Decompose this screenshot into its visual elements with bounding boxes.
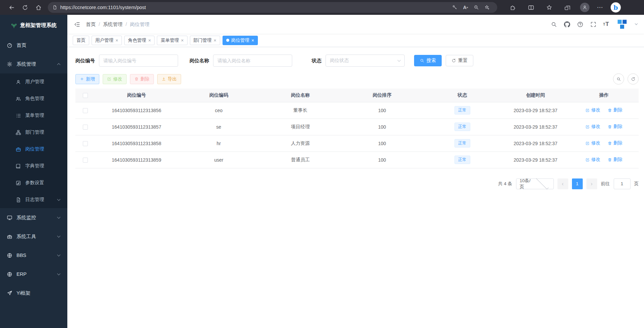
sidebar-item-bbs[interactable]: BBS [0, 246, 67, 265]
row-edit-button[interactable]: 修改 [585, 140, 600, 146]
post-id-input[interactable] [99, 55, 178, 67]
bing-sidebar-icon[interactable]: b [611, 2, 621, 12]
tab-role-mgmt[interactable]: 角色管理× [124, 36, 155, 45]
page-content: 岗位编号 岗位名称 状态 岗位状态 搜索 重置 [67, 47, 644, 328]
tab-close-icon[interactable]: × [251, 38, 254, 43]
avatar-caret-icon[interactable] [635, 22, 638, 25]
url-text[interactable]: https://ccnetcore.com:1101/system/post [60, 5, 449, 10]
goto-page-input[interactable] [614, 178, 631, 189]
extensions-icon[interactable] [507, 3, 518, 12]
cell-post-name: 人力资源 [260, 135, 341, 152]
sidebar-item-erp[interactable]: ERP [0, 265, 67, 284]
search-button[interactable]: 搜索 [414, 55, 442, 66]
row-delete-button[interactable]: 删除 [608, 124, 622, 130]
tab-home[interactable]: 首页 [73, 36, 89, 45]
row-delete-button[interactable]: 删除 [608, 107, 622, 113]
app-logo[interactable]: 意框架管理系统 [0, 15, 67, 36]
sidebar-item-role-mgmt[interactable]: 角色管理 [0, 90, 67, 107]
column-header-status: 状态 [423, 89, 502, 102]
tab-menu-mgmt[interactable]: 菜单管理× [157, 36, 187, 45]
sidebar-toggle-icon[interactable] [74, 21, 80, 28]
browser-refresh-button[interactable] [18, 2, 32, 13]
users-icon [15, 96, 21, 102]
sidebar-item-dict-mgmt[interactable]: 字典管理 [0, 158, 67, 174]
row-checkbox[interactable] [83, 141, 88, 146]
settings-ellipsis-icon[interactable]: ⋯ [597, 4, 603, 11]
search-icon[interactable] [551, 21, 557, 28]
table-toolbar: 新增 修改 删除 导出 [75, 73, 639, 85]
post-table: 岗位编号 岗位编码 岗位名称 岗位排序 状态 创建时间 操作 164103059… [75, 89, 639, 168]
passwords-key-icon[interactable] [449, 3, 460, 12]
github-icon[interactable] [564, 21, 570, 28]
select-all-checkbox[interactable] [83, 93, 88, 98]
sidebar-item-dept-mgmt[interactable]: 部门管理 [0, 124, 67, 141]
sidebar-item-post-mgmt[interactable]: 岗位管理 [0, 141, 67, 158]
row-edit-button[interactable]: 修改 [585, 107, 600, 113]
tab-post-mgmt-active[interactable]: 岗位管理× [223, 36, 258, 45]
browser-back-button[interactable] [5, 2, 18, 13]
browser-home-button[interactable] [32, 2, 45, 13]
profile-avatar[interactable] [580, 3, 589, 12]
next-page-button[interactable]: › [586, 178, 597, 189]
delete-button[interactable]: 删除 [130, 74, 154, 84]
edit-button[interactable]: 修改 [103, 74, 127, 84]
row-checkbox[interactable] [83, 125, 88, 130]
toggle-search-button[interactable] [613, 73, 624, 85]
split-screen-icon[interactable] [526, 3, 536, 12]
fullscreen-icon[interactable] [590, 21, 597, 28]
chevron-down-icon [57, 253, 61, 256]
breadcrumb-system[interactable]: 系统管理 [103, 21, 123, 28]
tab-user-mgmt[interactable]: 用户管理× [92, 36, 122, 45]
add-button[interactable]: 新增 [75, 74, 99, 84]
address-bar[interactable]: https://ccnetcore.com:1101/system/post A… [48, 2, 497, 13]
help-icon[interactable] [577, 21, 583, 28]
prev-page-button[interactable]: ‹ [557, 178, 568, 189]
row-edit-button[interactable]: 修改 [585, 157, 600, 163]
row-delete-button[interactable]: 删除 [608, 157, 622, 163]
edit-icon [585, 125, 590, 129]
paper-plane-icon [7, 290, 12, 296]
sidebar-item-log-mgmt[interactable]: 日志管理 [0, 191, 67, 208]
sidebar-item-system-monitor[interactable]: 系统监控 [0, 208, 67, 227]
sidebar-item-menu-mgmt[interactable]: 菜单管理 [0, 107, 67, 124]
sidebar-item-system-tools[interactable]: 系统工具 [0, 227, 67, 246]
chevron-up-icon [57, 63, 61, 66]
table-tools [613, 73, 639, 85]
navbar-actions: TT [551, 18, 638, 31]
sidebar-item-yi-framework[interactable]: Yi框架 [0, 284, 67, 302]
tab-close-icon[interactable]: × [148, 38, 151, 43]
cell-post-name: 董事长 [260, 102, 341, 119]
row-checkbox[interactable] [83, 108, 88, 113]
user-avatar[interactable] [616, 18, 629, 31]
reset-button[interactable]: 重置 [446, 55, 473, 66]
sidebar-item-home[interactable]: 首页 [0, 36, 67, 55]
collections-icon[interactable] [562, 3, 573, 12]
row-checkbox[interactable] [83, 158, 88, 163]
sidebar-item-system-mgmt[interactable]: 系统管理 [0, 55, 67, 73]
tab-close-icon[interactable]: × [181, 38, 183, 43]
status-select[interactable]: 岗位状态 [326, 55, 405, 67]
tab-close-icon[interactable]: × [115, 38, 118, 43]
post-name-input[interactable] [213, 55, 292, 67]
zoom-out-icon[interactable] [471, 3, 482, 12]
breadcrumb-separator: / [99, 22, 100, 27]
favorites-icon[interactable] [544, 3, 554, 12]
row-delete-button[interactable]: 删除 [608, 140, 622, 146]
sidebar-item-param-settings[interactable]: 参数设置 [0, 174, 67, 191]
refresh-table-button[interactable] [628, 73, 639, 85]
cell-post-id: 1641030593112313857 [95, 119, 178, 135]
favorites-add-icon[interactable] [482, 3, 493, 12]
chevron-down-icon [57, 272, 61, 275]
read-aloud-icon[interactable]: A» [460, 3, 471, 12]
breadcrumb-home[interactable]: 首页 [86, 21, 96, 28]
export-button[interactable]: 导出 [157, 74, 181, 84]
cell-post-id: 1641030593112313859 [95, 152, 178, 168]
page-size-select[interactable]: 10条/页 [516, 178, 554, 189]
page-number-button[interactable]: 1 [572, 178, 583, 189]
sidebar-item-user-mgmt[interactable]: 用户管理 [0, 73, 67, 90]
tab-dept-mgmt[interactable]: 部门管理× [190, 36, 220, 45]
tab-close-icon[interactable]: × [214, 38, 216, 43]
dashboard-icon [7, 42, 12, 48]
font-size-icon[interactable]: TT [603, 21, 609, 28]
row-edit-button[interactable]: 修改 [585, 124, 600, 130]
